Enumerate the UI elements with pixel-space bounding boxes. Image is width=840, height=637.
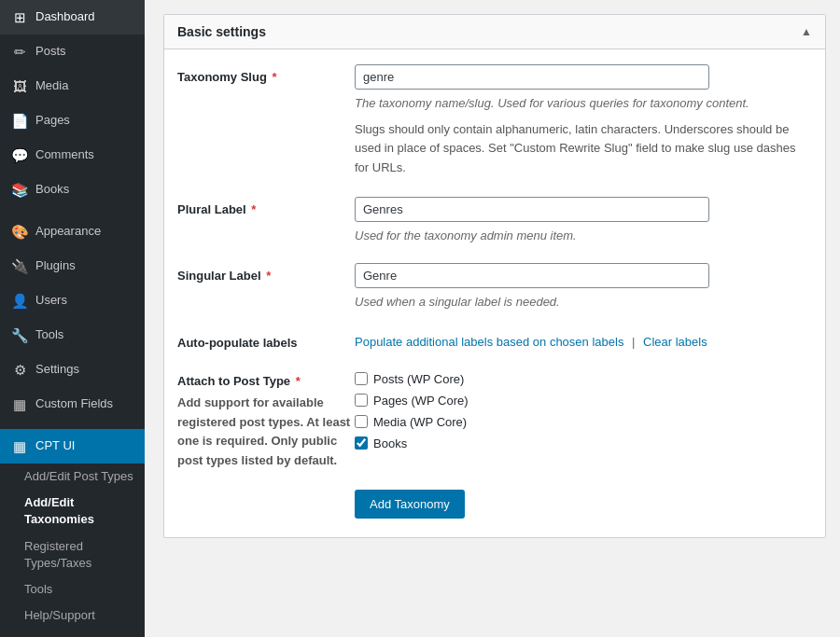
checkbox-posts-input[interactable] [355,372,368,385]
required-marker: * [292,374,301,388]
plural-label-field: Used for the taxonomy admin menu item. [355,197,812,245]
checkbox-pages-input[interactable] [355,394,368,407]
sidebar: ⊞ Dashboard ✏ Posts 🖼 Media 📄 Pages 💬 Co… [0,0,145,637]
sidebar-item-plugins[interactable]: 🔌 Plugins [0,249,145,284]
sidebar-item-books[interactable]: 📚 Books [0,173,145,207]
form-row-plural-label: Plural Label * Used for the taxonomy adm… [177,197,812,245]
sub-item-about-cpt-ui[interactable]: About CPT UI [0,629,145,637]
settings-icon: ⚙ [11,360,28,380]
pages-icon: 📄 [11,111,28,131]
tools-icon: 🔧 [11,325,28,345]
attach-description: Add support for available registered pos… [177,394,355,471]
form-row-auto-populate: Auto-populate labels Populate additional… [177,330,812,350]
sidebar-item-posts[interactable]: ✏ Posts [0,35,145,69]
plugins-icon: 🔌 [11,256,28,276]
singular-label-field: Used when a singular label is needed. [355,263,812,312]
taxonomy-slug-input[interactable] [355,64,709,90]
panel-header: Basic settings ▲ [164,15,825,49]
attach-post-type-field: Posts (WP Core) Pages (WP Core) Media (W… [355,368,812,450]
form-row-singular-label: Singular Label * Used when a singular la… [177,263,812,312]
sidebar-item-settings[interactable]: ⚙ Settings [0,353,145,387]
auto-populate-label: Auto-populate labels [177,330,355,350]
required-marker: * [263,269,272,283]
panel-body: Taxonomy Slug * The taxonomy name/slug. … [164,49,825,537]
checkbox-pages-label: Pages (WP Core) [373,394,469,408]
required-marker: * [269,70,277,84]
basic-settings-panel: Basic settings ▲ Taxonomy Slug * The tax… [163,14,826,538]
sidebar-item-label: Appearance [35,223,101,240]
books-icon: 📚 [11,180,28,200]
users-icon: 👤 [11,291,28,311]
sidebar-item-label: Tools [35,326,63,343]
sidebar-item-cpt-ui[interactable]: ▦ CPT UI [0,429,145,464]
sub-item-tools[interactable]: Tools [0,576,145,602]
plural-label-input[interactable] [355,197,709,222]
sidebar-item-dashboard[interactable]: ⊞ Dashboard [0,0,145,35]
clear-labels-link[interactable]: Clear labels [643,335,707,349]
sidebar-item-label: Settings [35,361,79,378]
form-row-attach-post-type: Attach to Post Type * Add support for av… [177,368,812,471]
checkbox-pages[interactable]: Pages (WP Core) [355,394,812,408]
sidebar-item-label: Comments [35,146,94,163]
checkbox-media-input[interactable] [355,415,368,428]
checkbox-media-label: Media (WP Core) [373,415,467,429]
media-icon: 🖼 [11,76,28,96]
sidebar-item-label: Custom Fields [35,395,113,412]
checkbox-posts-label: Posts (WP Core) [373,372,464,386]
singular-label-hint: Used when a singular label is needed. [355,293,812,312]
sidebar-item-appearance[interactable]: 🎨 Appearance [0,215,145,249]
add-taxonomy-button[interactable]: Add Taxonomy [355,490,465,519]
posts-icon: ✏ [11,42,28,62]
sidebar-item-custom-fields[interactable]: ▦ Custom Fields [0,387,145,422]
sub-item-add-edit-post-types[interactable]: Add/Edit Post Types [0,464,145,490]
populate-labels-link[interactable]: Populate additional labels based on chos… [355,335,623,349]
sidebar-item-label: Plugins [35,257,76,274]
link-separator: | [632,335,635,349]
auto-populate-links: Populate additional labels based on chos… [355,330,812,349]
sidebar-item-label: Posts [35,43,66,60]
singular-label-input[interactable] [355,263,709,288]
singular-label-label: Singular Label * [177,263,355,283]
sidebar-item-label: Users [35,292,67,309]
form-row-submit: Add Taxonomy [177,490,812,519]
sidebar-item-label: Books [35,181,69,198]
sidebar-item-label: Pages [35,112,70,129]
checkbox-media[interactable]: Media (WP Core) [355,415,812,429]
appearance-icon: 🎨 [11,222,28,242]
comments-icon: 💬 [11,145,28,165]
panel-title: Basic settings [177,24,266,39]
dashboard-icon: ⊞ [11,7,28,27]
attach-post-type-label: Attach to Post Type * Add support for av… [177,368,355,471]
sub-item-help-support[interactable]: Help/Support [0,602,145,629]
sidebar-cpt-ui-label: CPT UI [35,437,75,454]
custom-fields-icon: ▦ [11,395,28,414]
checkbox-group: Posts (WP Core) Pages (WP Core) Media (W… [355,368,812,450]
auto-populate-field: Populate additional labels based on chos… [355,330,812,349]
taxonomy-slug-field: The taxonomy name/slug. Used for various… [355,64,812,178]
main-content: Basic settings ▲ Taxonomy Slug * The tax… [145,0,840,637]
taxonomy-slug-hint1: The taxonomy name/slug. Used for various… [355,94,812,113]
sidebar-item-label: Dashboard [35,8,95,25]
sidebar-item-label: Media [35,77,68,94]
sidebar-item-users[interactable]: 👤 Users [0,284,145,318]
taxonomy-slug-label: Taxonomy Slug * [177,64,355,84]
checkbox-posts[interactable]: Posts (WP Core) [355,372,812,386]
submit-field: Add Taxonomy [355,490,812,519]
panel-collapse-icon[interactable]: ▲ [801,25,812,38]
plural-label-label: Plural Label * [177,197,355,216]
sidebar-item-pages[interactable]: 📄 Pages [0,104,145,138]
taxonomy-slug-hint2: Slugs should only contain alphanumeric, … [355,120,812,178]
checkbox-books-input[interactable] [355,436,368,450]
cpt-ui-icon: ▦ [11,436,28,456]
form-row-taxonomy-slug: Taxonomy Slug * The taxonomy name/slug. … [177,64,812,178]
sub-item-add-edit-taxonomies[interactable]: Add/Edit Taxonomies [0,490,145,533]
sidebar-item-media[interactable]: 🖼 Media [0,69,145,104]
sidebar-item-comments[interactable]: 💬 Comments [0,138,145,173]
required-marker: * [248,202,257,216]
checkbox-books-label: Books [373,436,407,450]
checkbox-books[interactable]: Books [355,436,812,450]
plural-label-hint: Used for the taxonomy admin menu item. [355,227,812,245]
submit-spacer [177,490,355,495]
sidebar-item-tools[interactable]: 🔧 Tools [0,318,145,353]
sub-item-registered-types-taxes[interactable]: Registered Types/Taxes [0,533,145,576]
